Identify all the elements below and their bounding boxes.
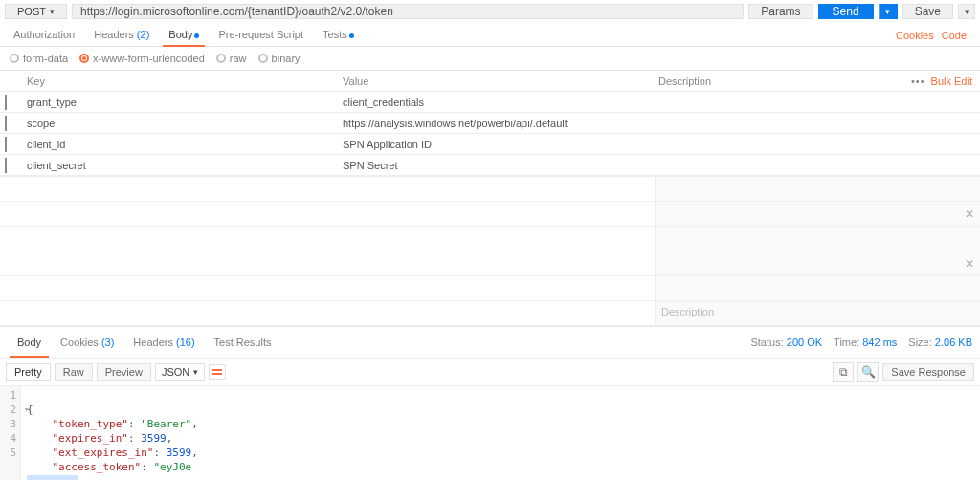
unsaved-dot-icon: [194, 33, 199, 38]
kv-desc[interactable]: [655, 141, 980, 148]
fold-icon[interactable]: ▾: [24, 403, 29, 417]
kv-key[interactable]: client_id: [23, 135, 339, 154]
kv-value[interactable]: SPN Secret: [339, 156, 655, 175]
body-type-urlencoded[interactable]: x-www-form-urlencoded: [79, 53, 205, 64]
kv-value[interactable]: client_credentials: [339, 93, 655, 112]
resp-tab-headers[interactable]: Headers (16): [123, 333, 204, 352]
resp-tab-body[interactable]: Body: [8, 333, 51, 352]
kv-desc[interactable]: [655, 98, 980, 106]
params-button[interactable]: Params: [748, 4, 813, 19]
body-type-binary[interactable]: binary: [258, 53, 301, 64]
radio-icon: [79, 54, 89, 63]
tab-tests[interactable]: Tests: [313, 29, 364, 46]
view-raw[interactable]: Raw: [55, 363, 93, 381]
table-row[interactable]: grant_type client_credentials: [0, 92, 980, 113]
cookies-link[interactable]: Cookies: [896, 30, 934, 41]
row-checkbox[interactable]: [5, 95, 7, 110]
kv-key[interactable]: client_secret: [23, 156, 339, 175]
size-label: Size: 2.06 KB: [908, 337, 972, 348]
view-pretty[interactable]: Pretty: [6, 363, 51, 381]
row-checkbox[interactable]: [5, 137, 7, 152]
chevron-down-icon: ▾: [965, 7, 969, 16]
close-icon[interactable]: ✕: [965, 207, 974, 217]
http-method-label: POST: [17, 6, 46, 17]
table-row[interactable]: scope https://analysis.windows.net/power…: [0, 113, 980, 134]
send-button[interactable]: Send: [818, 4, 874, 19]
kv-value[interactable]: SPN Application ID: [339, 135, 655, 154]
wrap-lines-icon[interactable]: [209, 364, 226, 380]
chevron-down-icon: ▾: [885, 7, 890, 16]
copy-icon[interactable]: ⧉: [833, 362, 854, 382]
http-method-dropdown[interactable]: POST ▾: [5, 4, 67, 19]
chevron-down-icon: ▾: [193, 367, 198, 377]
row-checkbox[interactable]: [5, 158, 7, 173]
kv-header-description: Description: [658, 76, 711, 87]
row-checkbox[interactable]: [5, 116, 7, 131]
url-input[interactable]: https://login.microsoftonline.com/{tenan…: [72, 4, 744, 19]
body-type-raw[interactable]: raw: [216, 53, 247, 64]
radio-icon: [10, 54, 19, 63]
more-icon[interactable]: •••: [911, 76, 925, 87]
resp-tab-tests[interactable]: Test Results: [205, 333, 281, 352]
body-type-form-data[interactable]: form-data: [10, 53, 68, 64]
response-body[interactable]: 12345 6 ▾{ "token_type": "Bearer", "expi…: [0, 386, 980, 480]
line-gutter: 12345 6: [0, 386, 21, 480]
time-label: Time: 842 ms: [834, 337, 897, 348]
chevron-down-icon: ▾: [50, 7, 55, 16]
bulk-edit-link[interactable]: Bulk Edit: [931, 76, 972, 87]
kv-desc[interactable]: [655, 120, 980, 127]
kv-header-value: Value: [339, 76, 655, 87]
unsaved-dot-icon: [349, 33, 354, 38]
radio-icon: [216, 54, 226, 63]
save-response-button[interactable]: Save Response: [882, 363, 974, 381]
send-dropdown[interactable]: ▾: [879, 4, 898, 19]
tab-body[interactable]: Body: [159, 29, 209, 46]
radio-icon: [258, 54, 268, 63]
tab-headers[interactable]: Headers (2): [84, 29, 159, 46]
kv-key[interactable]: scope: [23, 114, 339, 133]
placeholder-description: Description: [655, 301, 980, 325]
save-button[interactable]: Save: [902, 4, 953, 19]
code-link[interactable]: Code: [942, 30, 967, 41]
format-select[interactable]: JSON▾: [155, 363, 205, 381]
kv-key[interactable]: grant_type: [23, 93, 339, 112]
url-text: https://login.microsoftonline.com/{tenan…: [80, 5, 393, 18]
search-icon[interactable]: 🔍: [858, 362, 879, 382]
table-row[interactable]: client_id SPN Application ID: [0, 134, 980, 155]
close-icon[interactable]: ✕: [965, 257, 974, 267]
table-row[interactable]: client_secret SPN Secret: [0, 155, 980, 176]
kv-desc[interactable]: [655, 162, 980, 169]
save-dropdown[interactable]: ▾: [958, 4, 975, 19]
tab-authorization[interactable]: Authorization: [4, 29, 84, 46]
resp-tab-cookies[interactable]: Cookies (3): [51, 333, 123, 352]
tab-pre-request[interactable]: Pre-request Script: [209, 29, 313, 46]
kv-header-key: Key: [23, 76, 339, 87]
status-label: Status: 200 OK: [750, 337, 822, 348]
view-preview[interactable]: Preview: [97, 363, 151, 381]
kv-value[interactable]: https://analysis.windows.net/powerbi/api…: [339, 114, 655, 133]
